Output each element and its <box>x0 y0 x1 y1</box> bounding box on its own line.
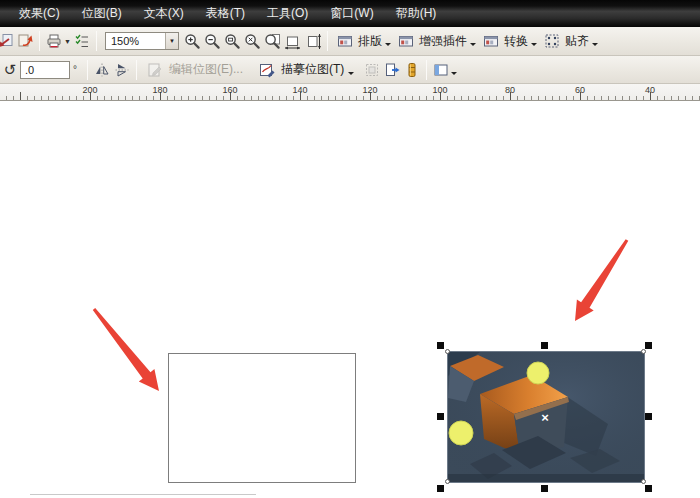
mirror-horizontal-icon[interactable] <box>92 60 112 80</box>
compress-bitmap-icon[interactable] <box>402 60 422 80</box>
zoom-to-page-icon[interactable] <box>263 31 283 51</box>
ruler-label: 200 <box>82 85 97 95</box>
toolbar-separator <box>87 60 88 80</box>
zoom-out-icon[interactable] <box>203 31 223 51</box>
flyout-arrow-icon <box>531 43 537 49</box>
window-grid-icon <box>335 31 355 51</box>
rotation-angle-input[interactable] <box>20 61 70 79</box>
snap-flyout-button[interactable]: 贴齐 <box>539 29 592 53</box>
selection-handle-bottom-center[interactable] <box>541 485 548 492</box>
ruler-label: 160 <box>222 85 237 95</box>
selection-handle-top-left[interactable] <box>437 342 444 349</box>
partial-ui-edge <box>30 494 256 495</box>
rotation-icon: ↺ <box>0 60 20 80</box>
menu-text[interactable]: 文本(X) <box>139 3 189 24</box>
flyout-arrow-icon <box>348 72 354 78</box>
flyout-label: 贴齐 <box>565 33 589 50</box>
horizontal-ruler: 200 180 160 140 120 100 80 60 40 <box>0 84 700 101</box>
zoom-to-selection-icon[interactable] <box>223 31 243 51</box>
drawn-rectangle[interactable] <box>168 353 356 483</box>
ruler-label: 40 <box>645 85 655 95</box>
drawing-canvas[interactable]: × <box>0 101 700 498</box>
selection-handle-top-center[interactable] <box>541 342 548 349</box>
selection-corner-node[interactable] <box>445 349 450 354</box>
selection-handle-bottom-right[interactable] <box>645 485 652 492</box>
docker-layout-icon[interactable] <box>431 60 451 80</box>
flyout-arrow-icon <box>451 72 457 78</box>
zoom-to-page-height-icon[interactable] <box>303 31 323 51</box>
selection-corner-node[interactable] <box>445 479 450 484</box>
flyout-label: 排版 <box>358 33 382 50</box>
toolbar-separator <box>39 31 40 51</box>
print-flyout-arrow[interactable]: ▼ <box>64 38 71 45</box>
trace-bitmap-button[interactable]: 描摹位图(T) <box>253 58 348 82</box>
flyout-arrow-icon <box>385 43 391 49</box>
resample-page-icon[interactable] <box>382 60 402 80</box>
yellow-ball-left <box>449 421 473 445</box>
import-icon[interactable] <box>0 31 15 51</box>
bottom-vignette <box>448 474 644 482</box>
menu-table[interactable]: 表格(T) <box>201 3 250 24</box>
selection-center-marker[interactable]: × <box>541 410 549 425</box>
window-grid-icon <box>396 31 416 51</box>
flyout-arrow-icon <box>470 43 476 49</box>
standard-toolbar: ▼ 150% ▼ 排版 <box>0 27 700 56</box>
zoom-level-value: 150% <box>106 35 165 47</box>
frame-boundary-icon <box>362 60 382 80</box>
selection-handle-top-right[interactable] <box>645 342 652 349</box>
toolbar-separator <box>136 60 137 80</box>
ruler-label: 180 <box>152 85 167 95</box>
zoom-to-all-icon[interactable] <box>243 31 263 51</box>
print-icon[interactable] <box>44 31 64 51</box>
ruler-label: 80 <box>505 85 515 95</box>
zoom-to-page-width-icon[interactable] <box>283 31 303 51</box>
plugins-flyout-button[interactable]: 增强插件 <box>393 29 470 53</box>
ruler-major-ticks <box>0 92 700 100</box>
toolbar-separator <box>96 31 97 51</box>
menu-bar: 效果(C) 位图(B) 文本(X) 表格(T) 工具(O) 窗口(W) 帮助(H… <box>0 0 700 27</box>
menu-tools[interactable]: 工具(O) <box>262 3 313 24</box>
flyout-arrow-icon <box>592 43 598 49</box>
trace-bitmap-icon <box>257 60 277 80</box>
selection-handle-mid-right[interactable] <box>645 413 652 420</box>
selection-handle-bottom-left[interactable] <box>437 485 444 492</box>
mirror-vertical-icon[interactable] <box>112 60 132 80</box>
flyout-label: 增强插件 <box>419 33 467 50</box>
zoom-combo-dropdown-icon[interactable]: ▼ <box>165 33 178 49</box>
edit-bitmap-label: 编辑位图(E)... <box>169 61 243 78</box>
window-grid-icon <box>481 31 501 51</box>
convert-flyout-button[interactable]: 转换 <box>478 29 531 53</box>
ruler-label: 100 <box>432 85 447 95</box>
ruler-label: 140 <box>292 85 307 95</box>
menu-bitmaps[interactable]: 位图(B) <box>77 3 127 24</box>
flyout-label: 转换 <box>504 33 528 50</box>
yellow-ball-top <box>527 362 549 384</box>
view-options-icon[interactable] <box>72 31 92 51</box>
layout-flyout-button[interactable]: 排版 <box>332 29 385 53</box>
snap-grid-icon <box>542 31 562 51</box>
selection-handle-mid-left[interactable] <box>437 413 444 420</box>
zoom-in-icon[interactable] <box>183 31 203 51</box>
property-bar: ↺ ° 编辑位图(E)... 描摹位图(T) <box>0 56 700 84</box>
export-icon[interactable] <box>15 31 35 51</box>
selection-corner-node[interactable] <box>641 479 646 484</box>
ruler-label: 120 <box>362 85 377 95</box>
edit-bitmap-icon <box>145 60 165 80</box>
menu-window[interactable]: 窗口(W) <box>325 3 378 24</box>
selection-corner-node[interactable] <box>641 349 646 354</box>
toolbar-separator <box>327 31 328 51</box>
menu-help[interactable]: 帮助(H) <box>391 3 442 24</box>
ruler-label: 60 <box>575 85 585 95</box>
degree-label: ° <box>73 64 77 75</box>
edit-bitmap-button: 编辑位图(E)... <box>141 58 247 82</box>
zoom-level-combo[interactable]: 150% ▼ <box>105 32 179 50</box>
menu-effects[interactable]: 效果(C) <box>14 3 65 24</box>
trace-bitmap-label: 描摹位图(T) <box>281 61 344 78</box>
toolbar-separator <box>426 60 427 80</box>
